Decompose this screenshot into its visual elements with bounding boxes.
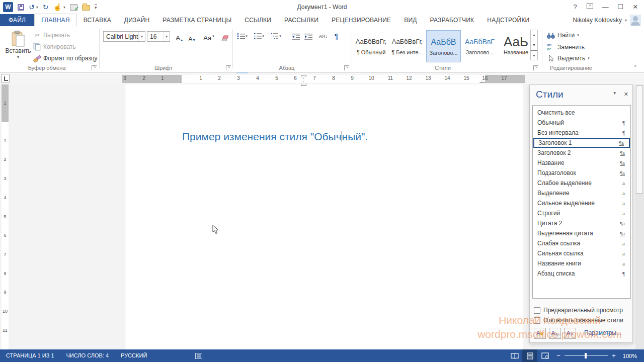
- collapse-ribbon-button[interactable]: ⌃: [633, 64, 637, 71]
- tab-file[interactable]: ФАЙЛ: [0, 14, 34, 26]
- style-item-title[interactable]: Название¶a: [533, 158, 630, 168]
- style-item-normal[interactable]: Обычный¶: [533, 118, 630, 128]
- save-button[interactable]: [18, 4, 24, 11]
- undo-dropdown-icon[interactable]: ▾: [36, 5, 38, 10]
- numbering-button[interactable]: ▾: [253, 31, 265, 42]
- decrease-indent-button[interactable]: [290, 31, 301, 42]
- tab-references[interactable]: ССЫЛКИ: [238, 14, 278, 26]
- style-gallery-item-title[interactable]: АаЬ Название: [499, 30, 533, 62]
- style-item-subtle-emphasis[interactable]: Слабое выделениеa: [533, 178, 630, 188]
- touch-mode-dropdown-icon[interactable]: ▾: [63, 5, 65, 10]
- style-item-subtitle[interactable]: Подзаголовок¶a: [533, 168, 630, 178]
- page-count-status[interactable]: СТРАНИЦА 1 ИЗ 1: [0, 349, 60, 362]
- tab-developer[interactable]: РАЗРАБОТЧИК: [424, 14, 481, 26]
- select-button[interactable]: Выделить ▾: [547, 55, 590, 62]
- tab-mailings[interactable]: РАССЫЛКИ: [278, 14, 325, 26]
- style-item-subtle-reference[interactable]: Слабая ссылкаa: [533, 238, 630, 248]
- zoom-level[interactable]: 100%: [620, 353, 644, 359]
- font-name-dropdown-icon[interactable]: ▾: [138, 32, 145, 41]
- change-case-button[interactable]: Аа ▾: [201, 31, 216, 42]
- find-button[interactable]: Найти ▾: [547, 32, 579, 39]
- gallery-scroll-down-button[interactable]: ▼: [530, 40, 538, 50]
- quick-print-icon[interactable]: [70, 4, 77, 11]
- account-area[interactable]: Nikolay Koldovsky ▾: [573, 14, 644, 26]
- scrollbar-thumb[interactable]: [636, 85, 643, 194]
- macro-record-icon[interactable]: [195, 353, 202, 359]
- tab-design[interactable]: ДИЗАЙН: [118, 14, 156, 26]
- language-status[interactable]: РУССКИЙ: [115, 349, 153, 362]
- tab-view[interactable]: ВИД: [397, 14, 423, 26]
- show-marks-button[interactable]: ¶: [331, 31, 342, 42]
- pane-dropdown-icon[interactable]: ▼: [613, 91, 617, 98]
- format-painter-button[interactable]: Формат по образцу: [33, 54, 98, 62]
- style-item-book-title[interactable]: Название книгиa: [533, 258, 630, 268]
- word-count-status[interactable]: ЧИСЛО СЛОВ: 4: [60, 349, 115, 362]
- style-item-heading1[interactable]: Заголовок 1¶a: [533, 138, 630, 148]
- read-mode-button[interactable]: [507, 349, 522, 362]
- font-dialog-launcher[interactable]: [226, 65, 231, 70]
- zoom-slider-thumb[interactable]: [585, 353, 587, 358]
- tab-review[interactable]: РЕЦЕНЗИРОВАНИЕ: [325, 14, 397, 26]
- styles-options-link[interactable]: Параметры...: [584, 329, 621, 336]
- close-button[interactable]: ✕: [629, 2, 642, 13]
- font-size-combobox[interactable]: 16 ▾: [147, 31, 170, 42]
- zoom-slider[interactable]: [565, 349, 608, 362]
- checkbox-icon[interactable]: [534, 307, 540, 314]
- open-file-icon[interactable]: [82, 5, 90, 11]
- manage-styles-button[interactable]: А✎: [564, 328, 576, 339]
- style-inspector-button[interactable]: А◎: [549, 328, 561, 339]
- pane-close-icon[interactable]: ✕: [624, 91, 628, 98]
- style-item-no-spacing[interactable]: Без интервала¶: [533, 128, 630, 138]
- increase-indent-button[interactable]: [302, 31, 314, 42]
- zoom-out-button[interactable]: −: [552, 352, 565, 359]
- style-item-intense-reference[interactable]: Сильная ссылкаa: [533, 248, 630, 258]
- styles-dialog-launcher[interactable]: [533, 65, 538, 70]
- style-gallery-item-normal[interactable]: АаБбВвГг, ¶ Обычный: [354, 30, 388, 62]
- disable-linked-styles-checkbox[interactable]: Отключить связанные стили: [534, 317, 623, 324]
- style-item-intense-emphasis[interactable]: Сильное выделениеa: [533, 198, 630, 208]
- bullets-button[interactable]: ▾: [236, 31, 248, 42]
- zoom-in-button[interactable]: +: [608, 352, 620, 359]
- font-name-combobox[interactable]: Calibri Light ▾: [103, 31, 145, 42]
- undo-button[interactable]: ↺: [29, 2, 35, 12]
- replace-button[interactable]: ab ac Заменить: [547, 43, 585, 51]
- style-item-clear-all[interactable]: Очистить все: [533, 108, 630, 118]
- paste-button[interactable]: Вставить ▾: [5, 30, 31, 59]
- grow-font-button[interactable]: А▲: [174, 31, 185, 42]
- document-page[interactable]: Пример изменения стиля "Обычный".: [125, 84, 523, 349]
- word-logo-icon[interactable]: W: [3, 2, 13, 12]
- multilevel-list-button[interactable]: ▾: [270, 31, 282, 42]
- tab-home[interactable]: ГЛАВНАЯ: [34, 14, 76, 26]
- tab-stop-selector[interactable]: [1, 74, 10, 82]
- tab-page-layout[interactable]: РАЗМЕТКА СТРАНИЦЫ: [156, 14, 238, 26]
- minimize-button[interactable]: —: [599, 2, 612, 13]
- paste-dropdown-icon[interactable]: ▾: [5, 55, 31, 59]
- gallery-more-button[interactable]: ▼: [530, 50, 538, 60]
- style-item-intense-quote[interactable]: Выделенная цитата¶a: [533, 228, 630, 238]
- gallery-scroll-up-button[interactable]: ▲: [530, 30, 538, 40]
- sort-button[interactable]: АЯ↓: [317, 31, 329, 42]
- style-gallery-item-heading2[interactable]: АаБбВвГ Заголово...: [462, 30, 497, 62]
- redo-button[interactable]: ↻: [43, 2, 49, 12]
- help-button[interactable]: ?: [569, 2, 582, 13]
- shrink-font-button[interactable]: А▼: [187, 31, 198, 42]
- paragraph-dialog-launcher[interactable]: [344, 65, 349, 70]
- style-item-heading2[interactable]: Заголовок 2¶a: [533, 148, 630, 158]
- style-item-strong[interactable]: Строгийa: [533, 208, 630, 218]
- customize-qat-icon[interactable]: ▾: [95, 4, 97, 10]
- print-layout-button[interactable]: [522, 349, 537, 362]
- clear-formatting-button[interactable]: [220, 31, 230, 42]
- tab-addins[interactable]: НАДСТРОЙКИ: [480, 14, 536, 26]
- style-gallery-item-heading1[interactable]: АаБбВ Заголово...: [426, 30, 461, 62]
- style-gallery-item-no-spacing[interactable]: АаБбВвГг, ¶ Без инте...: [390, 30, 425, 62]
- ribbon-display-options-button[interactable]: [584, 2, 597, 13]
- clipboard-dialog-launcher[interactable]: [92, 65, 97, 70]
- style-item-quote2[interactable]: Цитата 2¶a: [533, 218, 630, 228]
- touch-mode-button[interactable]: ☝: [53, 2, 61, 12]
- copy-button[interactable]: Копировать: [33, 43, 76, 51]
- style-item-list-paragraph[interactable]: Абзац списка¶: [533, 268, 630, 279]
- vertical-scrollbar[interactable]: [635, 84, 644, 349]
- avatar[interactable]: [630, 15, 641, 26]
- preview-checkbox[interactable]: Предварительный просмотр: [534, 307, 623, 314]
- font-size-dropdown-icon[interactable]: ▾: [163, 32, 170, 41]
